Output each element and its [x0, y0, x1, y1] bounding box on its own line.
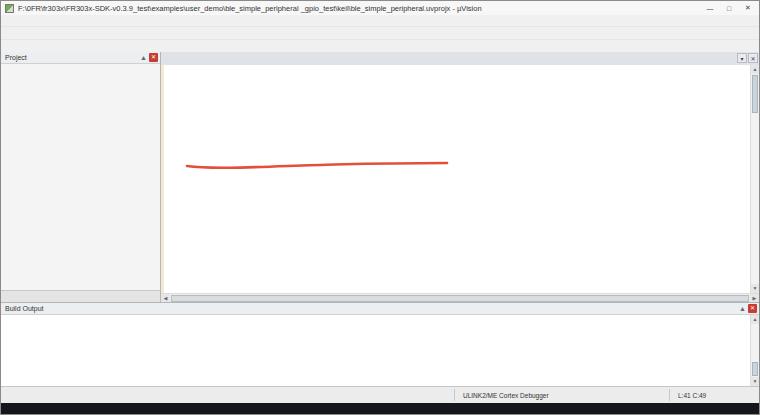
window-title: F:\0FR\fr303x\FR303x-SDK-v0.3.9_test\exa…	[18, 4, 701, 13]
uvision-window: F:\0FR\fr303x\FR303x-SDK-v0.3.9_test\exa…	[0, 0, 760, 415]
scroll-down-icon[interactable]: ▼	[751, 377, 759, 386]
build-output-title: Build Output	[5, 305, 738, 312]
scrollbar-thumb[interactable]	[171, 295, 749, 302]
status-debugger: ULINK2/ME Cortex Debugger	[454, 389, 669, 401]
tab-scroll-icon[interactable]: ▾	[737, 53, 747, 63]
windows-taskbar	[1, 403, 759, 414]
code-editor[interactable]	[161, 65, 750, 293]
project-close-icon[interactable]: ✕	[149, 53, 158, 62]
scroll-up-icon[interactable]: ▲	[751, 65, 759, 74]
project-panel-tabs	[1, 290, 160, 302]
toolbar-file	[1, 26, 759, 39]
build-output-header: Build Output ▲ ✕	[1, 303, 759, 315]
project-tree	[1, 64, 160, 290]
build-output-scrollbar[interactable]: ▲ ▼	[750, 315, 759, 386]
build-output-text[interactable]	[1, 315, 750, 386]
scrollbar-thumb[interactable]	[752, 75, 758, 113]
status-bar: ULINK2/ME Cortex Debugger L:41 C:49	[1, 386, 759, 403]
scroll-down-icon[interactable]: ▼	[751, 284, 759, 293]
minimize-button[interactable]: —	[701, 2, 719, 14]
project-panel: Project ▲ ✕	[1, 52, 161, 302]
build-output-panel: Build Output ▲ ✕ ▲ ▼	[1, 302, 759, 386]
status-cursor-position: L:41 C:49	[669, 389, 759, 401]
toolbar-build	[1, 39, 759, 52]
pin-icon[interactable]: ▲	[139, 54, 148, 61]
project-panel-header: Project ▲ ✕	[1, 52, 160, 64]
editor-area: ▾ ✕ ▲ ▼ ◀ ▶	[161, 52, 759, 302]
editor-horizontal-scrollbar[interactable]: ◀ ▶	[161, 293, 759, 302]
editor-vertical-scrollbar[interactable]: ▲ ▼	[750, 65, 759, 293]
maximize-button[interactable]: □	[720, 2, 738, 14]
title-bar: F:\0FR\fr303x\FR303x-SDK-v0.3.9_test\exa…	[1, 1, 759, 15]
scroll-up-icon[interactable]: ▲	[751, 315, 759, 324]
close-button[interactable]: ✕	[739, 2, 757, 14]
scrollbar-thumb[interactable]	[752, 362, 758, 376]
tab-close-icon[interactable]: ✕	[748, 53, 758, 63]
build-output-close-icon[interactable]: ✕	[748, 304, 757, 313]
document-tab-bar: ▾ ✕	[161, 52, 759, 65]
pin-icon[interactable]: ▲	[738, 305, 747, 312]
menu-bar	[1, 15, 759, 26]
app-icon	[5, 4, 14, 13]
project-panel-title: Project	[5, 54, 139, 61]
